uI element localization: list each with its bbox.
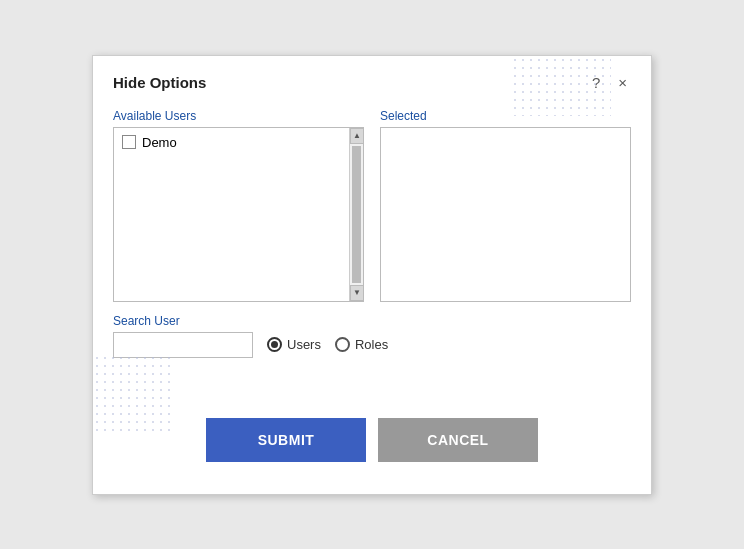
selected-label: Selected [380,109,631,123]
roles-radio-option[interactable]: Roles [335,337,388,352]
lists-row: Available Users Demo ▲ ▼ Selected [113,109,631,302]
users-radio-circle[interactable] [267,337,282,352]
close-button[interactable]: × [614,72,631,93]
scrollbar: ▲ ▼ [349,128,363,301]
submit-button[interactable]: SUBMIT [206,418,366,462]
scroll-down-arrow[interactable]: ▼ [350,285,364,301]
search-label: Search User [113,314,631,328]
radio-group: Users Roles [267,337,388,352]
scroll-thumb [352,146,361,283]
dialog-footer: SUBMIT CANCEL [113,418,631,462]
available-users-list[interactable]: Demo ▲ ▼ [113,127,364,302]
demo-checkbox[interactable] [122,135,136,149]
available-users-container: Available Users Demo ▲ ▼ [113,109,364,302]
selected-inner [381,128,630,136]
help-button[interactable]: ? [588,72,604,93]
list-item[interactable]: Demo [116,132,361,153]
selected-container: Selected [380,109,631,302]
hide-options-dialog: Hide Options ? × Available Users Demo ▲ [92,55,652,495]
users-radio-label: Users [287,337,321,352]
roles-radio-label: Roles [355,337,388,352]
available-users-inner: Demo [114,128,363,157]
header-icons: ? × [588,72,631,93]
dialog-title: Hide Options [113,74,206,91]
roles-radio-circle[interactable] [335,337,350,352]
available-users-label: Available Users [113,109,364,123]
selected-list[interactable] [380,127,631,302]
scroll-up-arrow[interactable]: ▲ [350,128,364,144]
search-row: Users Roles [113,332,631,358]
demo-label: Demo [142,135,177,150]
search-input[interactable] [113,332,253,358]
dialog-header: Hide Options ? × [113,72,631,93]
users-radio-option[interactable]: Users [267,337,321,352]
cancel-button[interactable]: CANCEL [378,418,538,462]
search-section: Search User Users Roles [113,314,631,358]
